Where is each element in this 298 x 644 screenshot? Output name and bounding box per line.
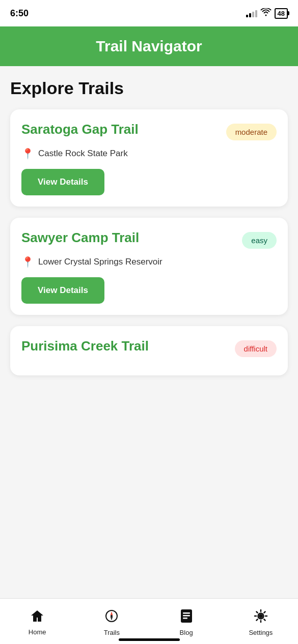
status-time: 6:50 xyxy=(10,8,29,19)
svg-rect-6 xyxy=(183,612,190,614)
blog-icon xyxy=(180,609,193,627)
trail-card-saratoga-gap: Saratoga Gap Trail moderate 📍 Castle Roc… xyxy=(10,109,288,207)
trail-card-purisima-creek: Purisima Creek Trail difficult xyxy=(10,326,288,375)
svg-point-4 xyxy=(111,615,113,617)
page-heading: Explore Trails xyxy=(10,78,288,98)
difficulty-badge: easy xyxy=(242,232,277,249)
trail-card-sawyer-camp: Sawyer Camp Trail easy 📍 Lower Crystal S… xyxy=(10,218,288,315)
view-details-button[interactable]: View Details xyxy=(21,169,104,195)
location-text: Castle Rock State Park xyxy=(38,149,128,159)
svg-point-9 xyxy=(259,614,263,618)
difficulty-badge: moderate xyxy=(226,124,277,140)
location-pin-icon: 📍 xyxy=(21,256,34,268)
home-indicator xyxy=(119,638,180,641)
trail-name: Saratoga Gap Trail xyxy=(21,122,139,137)
location-text: Lower Crystal Springs Reservoir xyxy=(38,257,162,267)
nav-label-settings: Settings xyxy=(249,629,273,636)
signal-icon xyxy=(246,9,257,17)
card-header: Saratoga Gap Trail moderate xyxy=(21,122,277,140)
trail-name: Sawyer Camp Trail xyxy=(21,230,139,246)
wifi-icon xyxy=(260,8,272,19)
svg-rect-8 xyxy=(183,618,187,619)
app-header: Trail Navigator xyxy=(0,26,298,66)
location-pin-icon: 📍 xyxy=(21,148,34,160)
card-header: Sawyer Camp Trail easy xyxy=(21,230,277,249)
svg-rect-7 xyxy=(183,615,190,617)
settings-icon xyxy=(254,609,268,627)
main-content: Explore Trails Saratoga Gap Trail modera… xyxy=(0,66,298,644)
difficulty-badge: difficult xyxy=(235,340,277,357)
nav-item-blog[interactable]: Blog xyxy=(149,609,224,636)
nav-item-settings[interactable]: Settings xyxy=(224,609,298,636)
nav-label-home: Home xyxy=(29,628,46,636)
compass-icon xyxy=(104,609,119,627)
trail-location: 📍 Lower Crystal Springs Reservoir xyxy=(21,256,277,268)
view-details-button[interactable]: View Details xyxy=(21,277,104,304)
app-title: Trail Navigator xyxy=(10,38,288,55)
status-icons: 48 xyxy=(246,8,288,19)
bottom-nav: Home Trails Blog xyxy=(0,598,298,644)
nav-item-home[interactable]: Home xyxy=(0,609,74,636)
nav-label-blog: Blog xyxy=(180,629,193,636)
trail-location: 📍 Castle Rock State Park xyxy=(21,148,277,160)
home-icon xyxy=(30,609,44,626)
nav-label-trails: Trails xyxy=(104,629,120,636)
card-header: Purisima Creek Trail difficult xyxy=(21,338,277,357)
nav-item-trails[interactable]: Trails xyxy=(74,609,149,636)
trail-name: Purisima Creek Trail xyxy=(21,338,149,354)
battery-icon: 48 xyxy=(275,8,288,19)
status-bar: 6:50 48 xyxy=(0,0,298,26)
